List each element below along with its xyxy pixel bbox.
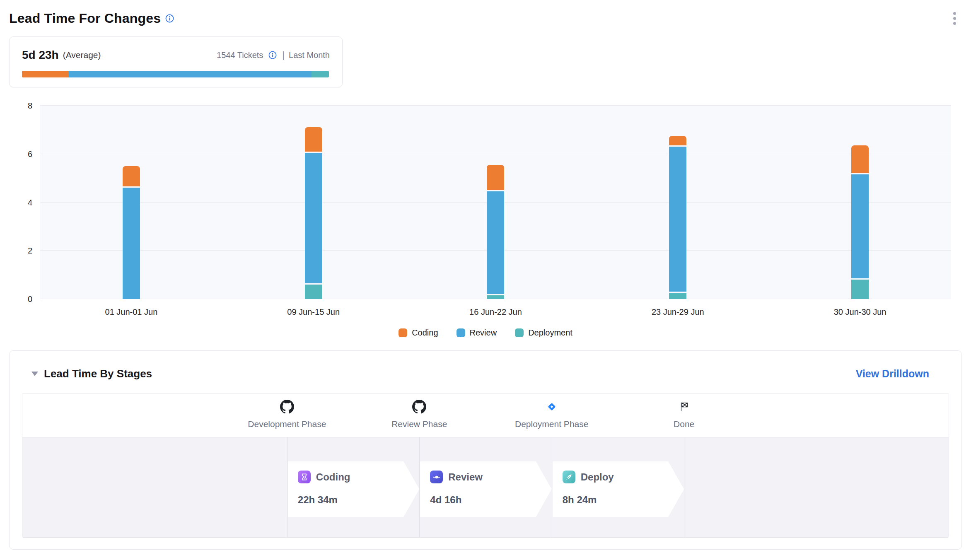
meta-separator: | bbox=[282, 50, 285, 60]
legend-label: Coding bbox=[412, 328, 438, 338]
stacked-bar-09 Jun-15 Jun bbox=[305, 127, 322, 299]
period-label: Last Month bbox=[289, 51, 330, 60]
bar-segment-review[interactable] bbox=[487, 191, 504, 294]
jira-icon bbox=[490, 399, 614, 414]
column-divider bbox=[552, 437, 552, 537]
bar-segment-coding[interactable] bbox=[851, 145, 869, 173]
bar-segment-review[interactable] bbox=[123, 188, 140, 299]
bar-slots bbox=[40, 106, 951, 299]
stages-panel-header: Lead Time By Stages View Drilldown bbox=[22, 367, 949, 380]
y-tick-label-8: 8 bbox=[9, 101, 32, 111]
y-tick-label-6: 6 bbox=[9, 149, 32, 159]
summary-top-row: 5d 23h (Average) 1544 Tickets | Last Mon… bbox=[22, 48, 330, 62]
stacked-bar-30 Jun-30 Jun bbox=[851, 145, 869, 299]
chart-legend: CodingReviewDeployment bbox=[9, 326, 962, 340]
title-info-icon[interactable] bbox=[165, 14, 174, 23]
y-tick-label-4: 4 bbox=[9, 198, 32, 207]
stage-name: Deploy bbox=[581, 471, 614, 483]
stage-duration: 4d 16h bbox=[430, 494, 551, 506]
stage-name: Review bbox=[448, 471, 483, 483]
stage-distribution-bar bbox=[22, 71, 329, 77]
bar-segment-deployment[interactable] bbox=[851, 280, 869, 299]
column-divider bbox=[684, 437, 684, 537]
phase-label: Review Phase bbox=[357, 419, 481, 429]
summary-meta: 1544 Tickets | Last Month bbox=[217, 50, 330, 60]
view-drilldown-link[interactable]: View Drilldown bbox=[856, 368, 929, 380]
x-axis-labels: 01 Jun-01 Jun09 Jun-15 Jun16 Jun-22 Jun2… bbox=[40, 299, 951, 325]
bar-segment-coding[interactable] bbox=[669, 136, 686, 145]
stage-card-top: Coding bbox=[298, 471, 419, 483]
y-tick-label-0: 0 bbox=[9, 294, 32, 304]
average-label: (Average) bbox=[63, 50, 101, 60]
hourglass-icon bbox=[298, 471, 311, 483]
phase-header-development-phase: Development Phase bbox=[225, 399, 349, 429]
phase-header-done: Done bbox=[622, 399, 746, 429]
tickets-count: 1544 Tickets bbox=[217, 51, 263, 60]
summary-card: 5d 23h (Average) 1544 Tickets | Last Mon… bbox=[9, 36, 343, 87]
bar-segment-coding[interactable] bbox=[305, 127, 322, 151]
legend-item-coding[interactable]: Coding bbox=[399, 328, 438, 338]
bar-segment-deployment[interactable] bbox=[487, 295, 504, 299]
bar-segment-deployment[interactable] bbox=[305, 285, 322, 299]
average-lead-time-value: 5d 23h bbox=[22, 48, 59, 62]
bar-slot-2 bbox=[222, 106, 405, 299]
rocket-icon bbox=[563, 471, 575, 483]
github-icon bbox=[225, 399, 349, 414]
bar-segment-coding[interactable] bbox=[123, 166, 140, 187]
stage-card-review[interactable]: Review4d 16h bbox=[420, 461, 551, 517]
stages-title: Lead Time By Stages bbox=[44, 367, 152, 380]
collapse-caret-icon[interactable] bbox=[31, 372, 38, 376]
column-divider bbox=[287, 437, 287, 537]
stacked-bar-23 Jun-29 Jun bbox=[669, 136, 686, 299]
stage-duration: 22h 34m bbox=[298, 494, 419, 506]
stages-table: Development PhaseReview PhaseDeployment … bbox=[22, 393, 949, 538]
github-icon bbox=[357, 399, 481, 414]
bar-slot-1 bbox=[40, 106, 222, 299]
stages-table-header: Development PhaseReview PhaseDeployment … bbox=[22, 393, 949, 437]
bar-segment-review[interactable] bbox=[851, 174, 869, 278]
bar-segment-coding[interactable] bbox=[487, 165, 504, 190]
legend-swatch-review bbox=[457, 328, 465, 337]
lead-time-dashboard: Lead Time For Changes 5d 23h (Average) 1… bbox=[0, 0, 971, 560]
x-tick-label: 16 Jun-22 Jun bbox=[405, 307, 587, 317]
chart-plot-area: 02468 bbox=[40, 106, 951, 299]
more-options-kebab-icon[interactable] bbox=[947, 9, 962, 27]
stage-card-top: Review bbox=[430, 471, 551, 483]
progress-segment-coding bbox=[22, 71, 69, 77]
legend-item-review[interactable]: Review bbox=[457, 328, 497, 338]
stacked-bar-16 Jun-22 Jun bbox=[487, 165, 504, 299]
bar-slot-4 bbox=[587, 106, 769, 299]
x-tick-label: 23 Jun-29 Jun bbox=[587, 307, 769, 317]
y-tick-label-2: 2 bbox=[9, 246, 32, 256]
stage-card-deploy[interactable]: Deploy8h 24m bbox=[553, 461, 684, 517]
lead-time-chart: 02468 01 Jun-01 Jun09 Jun-15 Jun16 Jun-2… bbox=[9, 106, 962, 340]
flag-icon bbox=[622, 399, 746, 414]
commit-icon bbox=[430, 471, 443, 483]
header-row: Lead Time For Changes bbox=[9, 8, 962, 28]
legend-swatch-coding bbox=[399, 328, 407, 337]
legend-item-deployment[interactable]: Deployment bbox=[515, 328, 572, 338]
stage-card-top: Deploy bbox=[563, 471, 684, 483]
bar-segment-review[interactable] bbox=[305, 153, 322, 283]
bar-slot-5 bbox=[769, 106, 951, 299]
stage-card-coding[interactable]: Coding22h 34m bbox=[288, 461, 419, 517]
progress-segment-review bbox=[69, 71, 312, 77]
phase-label: Development Phase bbox=[225, 419, 349, 429]
stage-name: Coding bbox=[316, 471, 350, 483]
tickets-info-icon[interactable] bbox=[268, 51, 277, 60]
x-tick-label: 09 Jun-15 Jun bbox=[222, 307, 405, 317]
bar-segment-review[interactable] bbox=[669, 147, 686, 292]
stacked-bar-01 Jun-01 Jun bbox=[123, 166, 140, 299]
bar-segment-deployment[interactable] bbox=[669, 293, 686, 299]
legend-label: Review bbox=[470, 328, 497, 338]
progress-segment-deployment bbox=[312, 71, 328, 77]
phase-header-review-phase: Review Phase bbox=[357, 399, 481, 429]
page-title: Lead Time For Changes bbox=[9, 11, 161, 26]
x-tick-label: 30 Jun-30 Jun bbox=[769, 307, 951, 317]
phase-header-deployment-phase: Deployment Phase bbox=[490, 399, 614, 429]
stages-table-body: Coding22h 34mReview4d 16hDeploy8h 24m bbox=[22, 437, 949, 537]
lead-time-by-stages-panel: Lead Time By Stages View Drilldown Devel… bbox=[9, 350, 962, 550]
phase-label: Done bbox=[622, 419, 746, 429]
legend-label: Deployment bbox=[528, 328, 572, 338]
legend-swatch-deployment bbox=[515, 328, 524, 337]
